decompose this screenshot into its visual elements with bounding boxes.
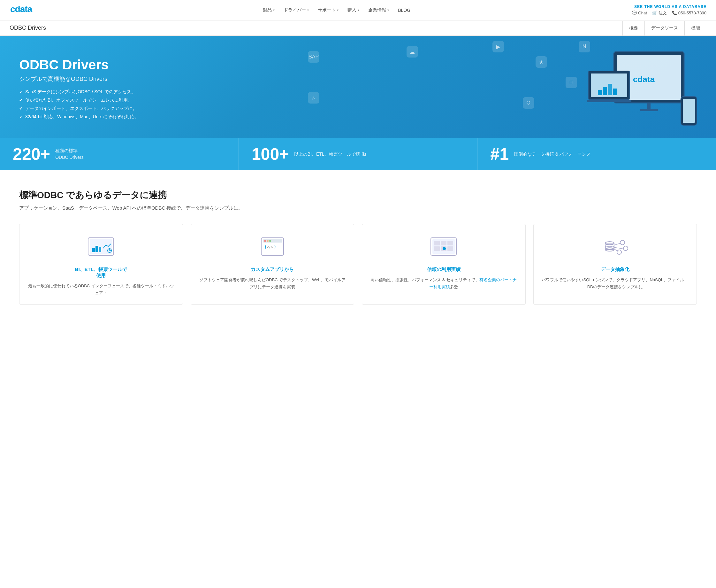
stat-number-3: #1 <box>490 146 509 162</box>
svg-rect-38 <box>448 246 453 251</box>
svg-rect-36 <box>434 246 440 251</box>
card-icon-abstract <box>599 235 631 260</box>
stat-number-2: 100+ <box>252 146 289 162</box>
stat-item-2: 100+ 以上のBI、ETL、帳票ツールで稼 働 <box>239 138 478 170</box>
nav-item-drivers[interactable]: ドライバー ▾ <box>284 7 309 13</box>
card-abstract: データ抽象化 パワフルで使いやすいSQLエンジンで、クラウドアプリ、NoSQL、… <box>533 224 697 304</box>
stat-desc-2: 以上のBI、ETL、帳票ツールで稼 働 <box>294 151 366 158</box>
phone-icon: 📞 <box>672 10 677 15</box>
card-text-bi: 最も一般的に使われているODBC インターフェースで、各種ツール・ミドルウェア・ <box>27 282 175 297</box>
trust-link[interactable]: 有名企業のパートナー利用実績 <box>429 277 517 289</box>
chevron-down-icon: ▾ <box>307 8 309 12</box>
svg-point-47 <box>617 250 622 254</box>
section-title: 標準ODBC であらゆるデータに連携 <box>19 189 697 201</box>
nav-item-products[interactable]: 製品 ▾ <box>263 7 275 13</box>
subnav: ODBC Drivers 概要 データソース 機能 <box>0 20 716 36</box>
card-title-app: カスタムアプリから <box>251 267 294 273</box>
top-actions: 💬 Chat 🛒 注文 📞 050-5578-7390 <box>632 10 707 16</box>
card-title-bi: BI、ETL、帳票ツールで使用 <box>75 267 127 279</box>
logo[interactable]: cdata <box>9 3 42 17</box>
float-icon-star: ★ <box>536 56 547 68</box>
feature-item: SaaS データにシンプルなODBC / SQL でのアクセス。 <box>19 89 426 95</box>
svg-point-25 <box>264 240 266 242</box>
card-bi: BI、ETL、帳票ツールで使用 最も一般的に使われているODBC インターフェー… <box>19 224 183 304</box>
card-icon-app: { </> } <box>257 235 288 260</box>
stat-number-1: 220+ <box>13 146 50 162</box>
card-app: { </> } カスタムアプリから ソフトウェア開発者が慣れ親しんだODBC で… <box>191 224 354 304</box>
abstract-icon-svg <box>601 236 629 258</box>
chevron-down-icon: ▾ <box>387 8 389 12</box>
svg-rect-10 <box>608 84 612 95</box>
hero-devices: cdata <box>582 45 703 135</box>
float-icon-cloud: ☁ <box>407 46 418 58</box>
top-bar: cdata 製品 ▾ ドライバー ▾ サポート ▾ 購入 ▾ 企業情報 ▾ BL… <box>0 0 716 20</box>
svg-rect-34 <box>441 241 447 246</box>
svg-rect-12 <box>587 100 631 102</box>
bi-icon-svg <box>87 236 115 258</box>
float-icon-box: □ <box>566 77 577 88</box>
cards-grid: BI、ETL、帳票ツールで使用 最も一般的に使われているODBC インターフェー… <box>19 224 697 304</box>
chevron-down-icon: ▾ <box>273 8 275 12</box>
float-icon-play: ▶ <box>493 41 504 52</box>
devices-svg: cdata <box>582 45 703 135</box>
nav-item-blog[interactable]: BLOG <box>398 8 410 13</box>
card-title-trust: 信頼の利用実績 <box>427 267 460 273</box>
chevron-down-icon: ▾ <box>358 8 359 12</box>
svg-rect-18 <box>95 246 98 252</box>
feature-item: 32/64-bit 対応、Windows、Mac、Unix にそれぞれ対応。 <box>19 114 426 120</box>
card-text-abstract: パワフルで使いやすいSQLエンジンで、クラウドアプリ、NoSQL、ファイル、DB… <box>541 276 689 291</box>
svg-line-48 <box>614 243 621 245</box>
subnav-title: ODBC Drivers <box>9 25 46 31</box>
nav-item-purchase[interactable]: 購入 ▾ <box>347 7 359 13</box>
card-text-trust: 高い信頼性、拡張性、パフォーマンス & セキュリティで、有名企業のパートナー利用… <box>370 276 518 291</box>
nav-item-support[interactable]: サポート ▾ <box>318 7 339 13</box>
subnav-link-datasource[interactable]: データソース <box>645 21 685 36</box>
float-icon-office: O <box>523 97 534 109</box>
feature-item: データのインポート、エクスポート、バックアップに。 <box>19 106 426 111</box>
stat-desc-1: 種類の標準 ODBC Drivers <box>55 147 84 161</box>
svg-text:}: } <box>274 245 276 249</box>
svg-point-39 <box>442 247 446 250</box>
main-nav: 製品 ▾ ドライバー ▾ サポート ▾ 購入 ▾ 企業情報 ▾ BLOG <box>263 7 410 13</box>
logo-svg: cdata <box>9 3 42 15</box>
svg-point-46 <box>623 246 628 251</box>
hero-section: ODBC Drivers シンプルで高機能なODBC Drivers SaaS … <box>0 36 716 138</box>
svg-line-49 <box>614 247 624 249</box>
phone-link[interactable]: 📞 050-5578-7390 <box>672 10 707 15</box>
hero-subtitle: シンプルで高機能なODBC Drivers <box>19 75 426 83</box>
card-icon-trust <box>428 235 459 260</box>
top-right: SEE THE WORLD AS A DATABASE 💬 Chat 🛒 注文 … <box>632 4 707 16</box>
trust-icon-svg <box>429 236 458 258</box>
section-desc: アプリケーション、SaaS、データベース、Web API への標準ODBC 接続… <box>19 205 697 211</box>
svg-rect-33 <box>434 241 440 246</box>
svg-rect-19 <box>99 247 101 252</box>
card-trust: 信頼の利用実績 高い信頼性、拡張性、パフォーマンス & セキュリティで、有名企業… <box>362 224 526 304</box>
svg-point-27 <box>269 240 271 242</box>
hero-features: SaaS データにシンプルなODBC / SQL でのアクセス。 使い慣れたBI… <box>19 89 426 120</box>
order-link[interactable]: 🛒 注文 <box>652 10 667 16</box>
nav-item-company[interactable]: 企業情報 ▾ <box>368 7 389 13</box>
subnav-link-features[interactable]: 機能 <box>685 21 707 36</box>
svg-rect-11 <box>613 88 617 95</box>
svg-text:</>: </> <box>267 245 273 249</box>
chat-icon: 💬 <box>632 10 637 15</box>
tagline: SEE THE WORLD AS A DATABASE <box>634 4 707 9</box>
card-text-app: ソフトウェア開発者が慣れ親しんだODBC でデスクトップ、Web、モバイルアプリ… <box>199 276 347 291</box>
stat-item-3: #1 圧倒的なデータ接続 & パフォーマンス <box>477 138 716 170</box>
svg-rect-35 <box>448 241 453 246</box>
hero-title: ODBC Drivers <box>19 57 426 72</box>
svg-point-45 <box>620 240 625 245</box>
cart-icon: 🛒 <box>652 10 657 15</box>
stat-desc-3: 圧倒的なデータ接続 & パフォーマンス <box>514 151 591 158</box>
hero-content: ODBC Drivers シンプルで高機能なODBC Drivers SaaS … <box>19 57 426 120</box>
svg-rect-4 <box>647 103 651 109</box>
svg-rect-9 <box>603 87 607 95</box>
svg-rect-5 <box>640 109 658 111</box>
stat-item-1: 220+ 種類の標準 ODBC Drivers <box>0 138 239 170</box>
chat-link[interactable]: 💬 Chat <box>632 10 647 15</box>
logo-area: cdata <box>9 3 42 17</box>
svg-rect-8 <box>598 90 602 95</box>
subnav-link-overview[interactable]: 概要 <box>623 21 645 36</box>
svg-text:cdata: cdata <box>633 75 655 84</box>
card-title-abstract: データ抽象化 <box>601 267 629 273</box>
